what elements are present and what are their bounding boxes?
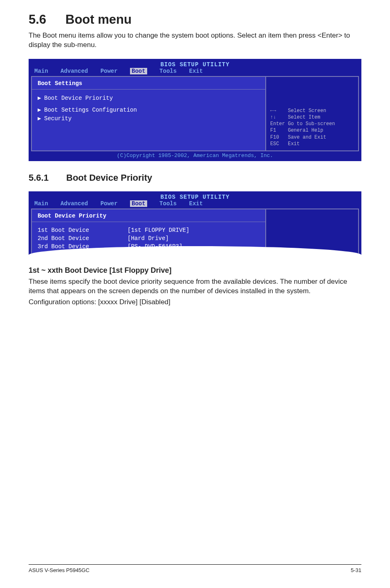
subsection-number: 5.6.1 xyxy=(29,173,66,183)
section-title-text: Boot menu xyxy=(65,12,132,27)
tab-exit[interactable]: Exit xyxy=(189,68,203,74)
list-item[interactable]: 1st Boot Device [1st FLOPPY DRIVE] xyxy=(38,226,260,234)
tab-main[interactable]: Main xyxy=(34,200,48,207)
submenu-icon: ▶ xyxy=(38,106,44,113)
help-value: Select Screen xyxy=(288,108,326,114)
tab-boot[interactable]: Boot xyxy=(130,68,147,74)
submenu-icon: ▶ xyxy=(38,94,44,101)
help-value: General Help xyxy=(288,128,323,133)
menu-item-security[interactable]: ▶Security xyxy=(38,114,260,123)
bios-pane-heading: Boot Settings xyxy=(32,80,265,90)
boot-device-label: 2nd Boot Device xyxy=(38,234,128,242)
bios-tab-bar: Main Advanced Power Boot Tools Exit xyxy=(29,200,361,209)
menu-item-label: Boot Settings Configuration xyxy=(44,107,137,113)
spacer xyxy=(38,102,260,105)
help-key: ↑↓ xyxy=(270,114,276,120)
submenu-icon: ▶ xyxy=(38,115,44,122)
bios-tab-bar: Main Advanced Power Boot Tools Exit xyxy=(29,68,361,76)
bios-utility-title: BIOS SETUP UTILITY xyxy=(29,191,361,200)
help-key: F1 xyxy=(270,128,276,133)
bios-left-pane: Boot Settings ▶Boot Device Priority ▶Boo… xyxy=(32,77,266,150)
section-intro: The Boot menu items allow you to change … xyxy=(29,31,361,50)
menu-item-label: Boot Device Priority xyxy=(44,95,113,101)
menu-item-boot-settings-configuration[interactable]: ▶Boot Settings Configuration xyxy=(38,105,260,114)
tab-advanced[interactable]: Advanced xyxy=(61,68,88,74)
tab-power[interactable]: Power xyxy=(101,68,118,74)
option-heading: 1st ~ xxth Boot Device [1st Floppy Drive… xyxy=(29,266,361,275)
section-number: 5.6 xyxy=(29,12,65,27)
help-value: Go to Sub-screen xyxy=(288,121,335,127)
help-value: Save and Exit xyxy=(288,135,326,140)
help-key: ←→ xyxy=(270,108,276,114)
tab-power[interactable]: Power xyxy=(101,200,118,207)
bios-screenshot-boot-priority: BIOS SETUP UTILITY Main Advanced Power B… xyxy=(29,191,361,255)
footer-product: ASUS V-Series P5945GC xyxy=(29,567,90,573)
section-heading: 5.6Boot menu xyxy=(29,12,361,27)
help-key: Enter xyxy=(270,121,285,127)
subsection-title-text: Boot Device Priority xyxy=(66,173,152,183)
boot-device-value: [Hard Drive] xyxy=(128,234,260,242)
bios-screenshot-boot-settings: BIOS SETUP UTILITY Main Advanced Power B… xyxy=(29,59,361,161)
subsection-heading: 5.6.1Boot Device Priority xyxy=(29,173,361,183)
bios-help-text: ←→ Select Screen ↑↓ Select Item Enter Go… xyxy=(270,108,354,147)
tab-exit[interactable]: Exit xyxy=(189,200,203,207)
help-key: ESC xyxy=(270,141,279,147)
tab-main[interactable]: Main xyxy=(34,68,48,74)
boot-device-value: [1st FLOPPY DRIVE] xyxy=(128,226,260,234)
option-config-options: Configuration options: [xxxxx Drive] [Di… xyxy=(29,298,361,307)
bios-utility-title: BIOS SETUP UTILITY xyxy=(29,59,361,68)
tab-advanced[interactable]: Advanced xyxy=(61,200,88,207)
option-description: These items specify the boot device prio… xyxy=(29,277,361,296)
menu-item-label: Security xyxy=(44,115,72,122)
bios-copyright: (C)Copyright 1985-2002, American Megatre… xyxy=(29,151,361,161)
bios-pane-heading: Boot Device Priority xyxy=(32,213,265,222)
help-value: Exit xyxy=(288,141,300,147)
menu-item-boot-device-priority[interactable]: ▶Boot Device Priority xyxy=(38,94,260,102)
tab-tools[interactable]: Tools xyxy=(159,68,177,74)
bios-screenshot-boot-priority-wrap: BIOS SETUP UTILITY Main Advanced Power B… xyxy=(29,191,361,255)
tab-boot[interactable]: Boot xyxy=(130,200,147,207)
help-value: Select Item xyxy=(288,114,320,120)
boot-device-label: 1st Boot Device xyxy=(38,226,128,234)
footer-page-number: 5-31 xyxy=(351,567,361,573)
page-footer: ASUS V-Series P5945GC 5-31 xyxy=(29,564,361,573)
help-key: F10 xyxy=(270,135,279,140)
bios-help-pane: ←→ Select Screen ↑↓ Select Item Enter Go… xyxy=(266,77,358,150)
tab-tools[interactable]: Tools xyxy=(159,200,177,207)
list-item[interactable]: 2nd Boot Device [Hard Drive] xyxy=(38,234,260,242)
